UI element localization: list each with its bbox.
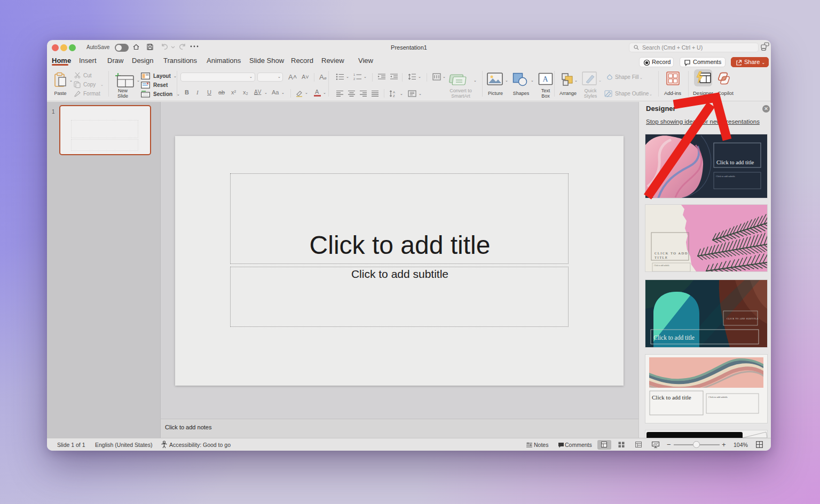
svg-text:Click to add subtitle: Click to add subtitle [716,175,735,178]
svg-text:Click to add subtitle: Click to add subtitle [654,265,669,267]
svg-text:2: 2 [353,77,355,81]
svg-text:A: A [393,91,395,94]
svg-text:Click to add title: Click to add title [716,159,754,165]
svg-text:Click to add title: Click to add title [652,394,691,401]
svg-text:Click to add title: Click to add title [653,334,695,341]
svg-text:CLICK TO ADD SUBTITLE: CLICK TO ADD SUBTITLE [727,317,759,320]
svg-text:1: 1 [353,73,355,76]
svg-text:CLICK TO ADD: CLICK TO ADD [655,251,688,255]
svg-text:Click to add subtitle: Click to add subtitle [708,396,728,398]
svg-text:A: A [543,75,549,83]
svg-text:Z: Z [393,94,395,98]
svg-text:TITLE: TITLE [655,255,668,259]
